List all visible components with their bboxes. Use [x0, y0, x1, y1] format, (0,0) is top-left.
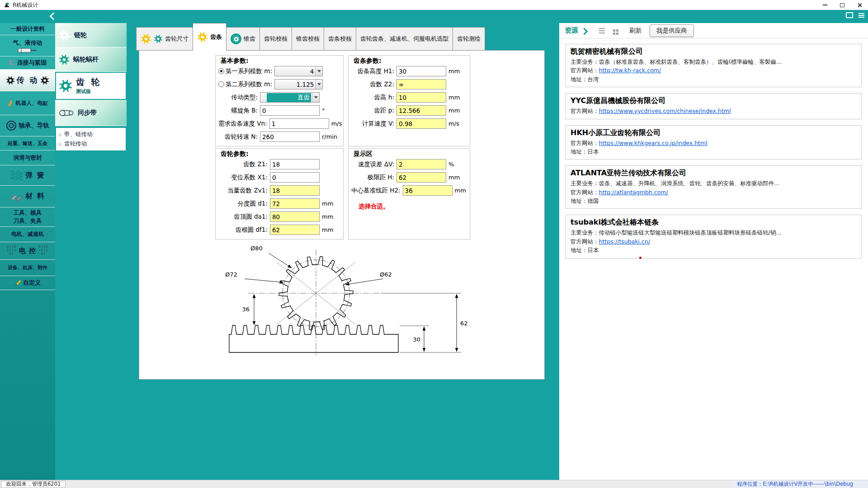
bevel-gear-icon — [231, 33, 241, 44]
supplier-website-link[interactable]: http://tw.kh-rack.com/ — [599, 67, 661, 74]
sidebar-item-general-design-data[interactable]: 一般设计资料 — [0, 23, 55, 35]
red-marker-dot — [639, 257, 642, 259]
app-title: R机械设计 — [13, 1, 38, 9]
close-icon — [857, 3, 862, 8]
sidebar-item-custom[interactable]: 自定义 — [0, 276, 55, 290]
sidebar-item-label: 材 料 — [25, 192, 45, 201]
limit-distance-h-unit: mm — [446, 174, 466, 181]
window-menu-icon[interactable] — [859, 13, 864, 14]
centerline-distance-h2-input — [403, 185, 453, 196]
supplier-website-link[interactable]: https://www.khkgears.co.jp/index.html — [599, 140, 708, 146]
supplier-website-link[interactable]: http://atlantagmbh.com/ — [599, 189, 668, 196]
centerline-distance-h2-row: 中心基准线距 H2:mm — [351, 184, 466, 197]
tool-list: 链轮蜗轮蜗杆齿 轮测试版同步带 — [55, 23, 127, 126]
module-series-2-radio[interactable] — [218, 81, 224, 87]
rack-height-h1-input[interactable] — [396, 66, 446, 76]
tool-label: 链轮 — [74, 31, 87, 39]
sidebar-item-robot-ecylinder[interactable]: 机器人、电缸 — [0, 91, 55, 115]
chevron-down-icon — [312, 93, 319, 102]
sidebar-item-tools-molds[interactable]: 工具、模具刀具、夹具 — [0, 207, 55, 227]
pitch-diameter-d1-label: 分度圆 d1: — [218, 200, 270, 208]
pitch-p-unit: mm — [446, 107, 466, 114]
tip-diameter-da1-input — [270, 211, 320, 222]
custom-pen-icon — [14, 280, 21, 286]
module-series-1-radio[interactable] — [218, 68, 224, 74]
module-series-1-select[interactable]: 4 — [274, 66, 323, 76]
gear-teeth-z1-input[interactable] — [270, 159, 320, 169]
sidebar-item-label: 轴承、导轨 — [19, 122, 49, 130]
sidebar-item-bearing-guide[interactable]: 轴承、导轨 — [0, 115, 55, 136]
sidebar-item-transmission[interactable]: 传 动 — [0, 70, 55, 91]
sidebar-item-pneumatic-hydraulic[interactable]: 气、液传动 — [0, 35, 55, 56]
gear-icon — [59, 79, 72, 93]
shift-coefficient-x1-input[interactable] — [270, 172, 320, 183]
fullscreen-toggle-icon[interactable] — [846, 12, 853, 18]
supplier-card: 凯贺精密机械有限公司主要业务：齿条（标准直齿条、标准斜齿条、客制齿条）、齿輪(標… — [566, 44, 862, 87]
tab-rack-check[interactable]: 齿条校核 — [324, 27, 356, 51]
root-diameter-df1-label: 齿根圆 df1: — [218, 226, 270, 234]
gear-icon — [40, 76, 49, 85]
list-view-icon[interactable] — [599, 27, 605, 34]
tab-gear-check[interactable]: 齿轮校核 — [260, 27, 292, 51]
back-button[interactable] — [49, 13, 56, 20]
gear-icon — [197, 32, 208, 42]
tool-chain-wheel[interactable]: 链轮 — [55, 23, 127, 47]
sidebar-item-motor-reducer[interactable]: 电机、减速机 — [0, 227, 55, 242]
sidebar-item-materials[interactable]: 材 料 — [0, 186, 55, 207]
tab-gear-mapping[interactable]: 齿轮测绘 — [453, 27, 485, 51]
calc-speed-v-input — [396, 118, 446, 129]
dim-label-tip-diameter: Ø80 — [250, 245, 263, 252]
tool-worm-gear[interactable]: 蜗轮蜗杆 — [55, 47, 127, 72]
gear-rpm-input[interactable] — [260, 131, 320, 142]
tool-synchronous-belt[interactable]: 同步带 — [55, 100, 127, 126]
tab-label: 齿条校核 — [328, 35, 352, 43]
supplier-website-link[interactable]: https://www.yycdrives.com/chinese/index.… — [599, 108, 731, 114]
supplier-card: HKH小原工业齿轮有限公司官方网站：https://www.khkgears.c… — [566, 125, 862, 160]
tab-selection[interactable]: 齿轮齿条、减速机、伺服电机选型 — [356, 27, 453, 51]
supplier-address: 地址：德国 — [571, 197, 857, 205]
supplier-website-link[interactable]: https://tsubaki.cn/ — [599, 238, 650, 245]
rack-params-group: 齿条参数: 齿条高度 H1:mm齿数 Z2:齿高 h:mm齿距 p:mm计算速度… — [348, 55, 470, 146]
arrow-right-icon[interactable] — [581, 28, 587, 34]
resources-header: 资源 刷新 我是供应商 — [559, 23, 868, 38]
gear-teeth-z1-row: 齿数 Z1: — [218, 158, 340, 171]
statusbar: 欢迎回来，管理员6201 程序位置：E:\R机械设计V开发中------\bin… — [0, 480, 868, 488]
maximize-button[interactable] — [834, 0, 851, 10]
required-rack-speed-row: 需求齿条速度 Vn:m/s — [218, 117, 340, 130]
tab-gear-size[interactable]: 齿轮尺寸 — [136, 27, 193, 51]
module-series-2-select[interactable]: 1.125 — [274, 79, 323, 89]
tree-item[interactable]: 带、链传动 — [59, 130, 123, 139]
sidebar-item-label: 电机、减速机 — [11, 230, 44, 238]
chrome-icons — [846, 12, 864, 18]
tool-gear[interactable]: 齿 轮测试版 — [55, 72, 127, 100]
sidebar: 一般设计资料气、液传动连接与紧固传 动机器人、电缸轴承、导轨起重、输送、五金润滑… — [0, 23, 55, 480]
sidebar-item-lubrication-sealing[interactable]: 润滑与密封 — [0, 150, 55, 165]
tab-bevel-check[interactable]: 锥齿校核 — [292, 27, 324, 51]
minimize-button[interactable] — [816, 0, 834, 10]
maximize-icon — [840, 3, 844, 7]
supplier-name: ATLANTA亚特兰传动技术有限公司 — [571, 169, 857, 178]
gear-icon — [6, 76, 15, 85]
calc-speed-v-unit: m/s — [446, 120, 466, 127]
sidebar-item-electric-control[interactable]: 0110101101电 控0110101101 — [0, 242, 55, 260]
supplier-website: 官方网站：http://atlantagmbh.com/ — [571, 188, 857, 197]
drive-type-select[interactable]: 直齿 — [260, 92, 320, 103]
tree-item[interactable]: 齿轮传动 — [59, 139, 123, 149]
supplier-cards: 凯贺精密机械有限公司主要业务：齿条（标准直齿条、标准斜齿条、客制齿条）、齿輪(標… — [559, 38, 868, 264]
required-rack-speed-input[interactable] — [269, 118, 329, 129]
tab-bevel-gear[interactable]: 锥齿 — [226, 27, 260, 51]
window-controls — [816, 0, 868, 10]
sidebar-item-spring[interactable]: 弹 簧 — [0, 165, 55, 186]
rack-height-h1-unit: mm — [446, 68, 466, 75]
helix-angle-input[interactable] — [260, 105, 320, 116]
sidebar-item-lifting-conveying-hardware[interactable]: 起重、输送、五金 — [0, 136, 55, 150]
group-title-basic: 基本参数: — [219, 57, 250, 65]
close-button[interactable] — [851, 0, 868, 10]
sidebar-item-equipment-machine-accessories[interactable]: 设备、机床、附件 — [0, 260, 55, 276]
sidebar-item-connection-fastening[interactable]: 连接与紧固 — [0, 56, 55, 70]
grid-view-icon[interactable] — [613, 28, 618, 33]
supplier-button[interactable]: 我是供应商 — [650, 24, 694, 37]
refresh-button[interactable]: 刷新 — [629, 27, 642, 35]
tab-rack[interactable]: 齿条 — [193, 23, 226, 51]
speed-error-dv-input — [396, 159, 446, 169]
